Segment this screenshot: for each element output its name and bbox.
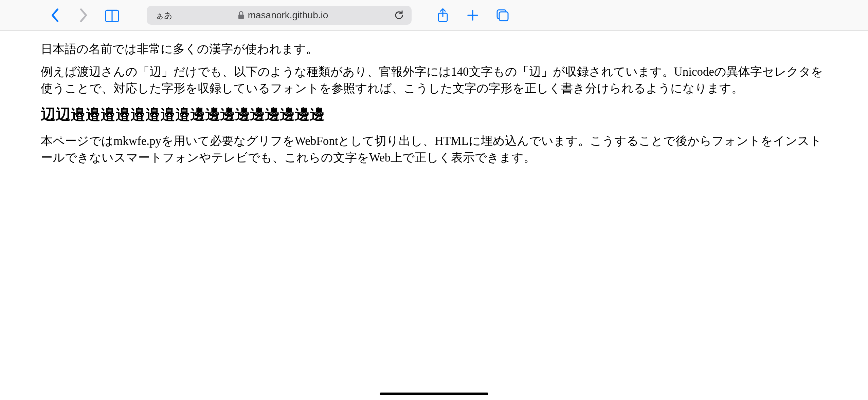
share-button[interactable] [435,8,450,23]
paragraph-1: 日本語の名前では非常に多くの漢字が使われます。 [41,41,827,57]
paragraph-2: 例えば渡辺さんの「辺」だけでも、以下のような種類があり、官報外字には140文字も… [41,63,827,97]
back-button[interactable] [48,8,62,23]
svg-rect-6 [499,12,508,21]
url-text: masanork.github.io [248,10,328,21]
new-tab-button[interactable] [465,8,480,23]
tabs-button[interactable] [495,8,510,23]
paragraph-3: 本ページではmkwfe.pyを用いて必要なグリフをWebFontとして切り出し、… [41,133,827,166]
toolbar-right-group [435,8,510,23]
address-bar[interactable]: ぁあ masanork.github.io [147,6,412,25]
reload-button[interactable] [393,8,405,23]
text-size-button[interactable]: ぁあ [156,10,173,21]
home-indicator[interactable] [380,393,488,395]
variants-heading: 辺辺邉邉邉邉邉邉邉邉邊邊邊邊邊邊邊邊邊 [41,104,827,125]
lock-icon [238,11,245,20]
nav-group [48,8,120,23]
bookmarks-button[interactable] [105,8,120,23]
browser-toolbar: ぁあ masanork.github.io [0,0,868,31]
address-bar-center: masanork.github.io [177,10,389,21]
page-content: 日本語の名前では非常に多くの漢字が使われます。 例えば渡辺さんの「辺」だけでも、… [0,31,868,166]
svg-rect-0 [238,15,244,19]
forward-button[interactable] [76,8,91,23]
